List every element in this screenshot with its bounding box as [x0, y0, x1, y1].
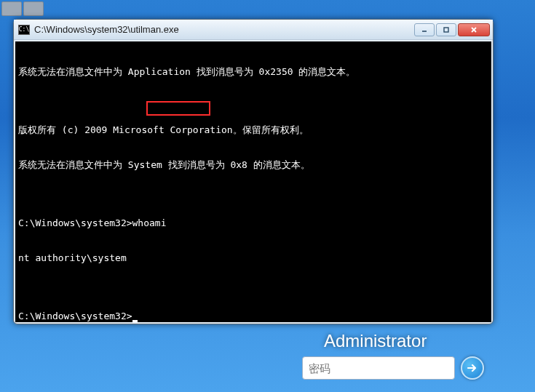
- highlight-box: [146, 101, 210, 116]
- svg-rect-1: [444, 28, 448, 32]
- console-output[interactable]: 系统无法在消息文件中为 Application 找到消息号为 0x2350 的消…: [15, 41, 491, 322]
- cmd-icon: C:\: [18, 25, 30, 35]
- typed-command: whoami: [132, 217, 167, 228]
- login-row: [302, 356, 484, 380]
- console-line: 系统无法在消息文件中为 System 找到消息号为 0x8 的消息文本。: [18, 159, 488, 171]
- top-left-tabs: [1, 1, 44, 16]
- prompt-prefix: C:\Windows\system32>: [18, 311, 132, 321]
- console-prompt-line: C:\Windows\system32>whoami: [18, 217, 488, 229]
- window-controls: [414, 23, 490, 36]
- console-prompt-line: C:\Windows\system32>: [18, 311, 488, 322]
- minimize-button[interactable]: [414, 23, 435, 36]
- console-result: nt authority\system: [18, 252, 488, 264]
- console-line: 版权所有 (c) 2009 Microsoft Corporation。保留所有…: [18, 124, 488, 136]
- prompt-prefix: C:\Windows\system32>: [18, 217, 132, 228]
- maximize-button[interactable]: [436, 23, 456, 36]
- arrow-right-icon: [466, 361, 479, 375]
- password-input[interactable]: [302, 356, 455, 380]
- cursor: [132, 320, 138, 322]
- submit-button[interactable]: [461, 356, 484, 380]
- window-title: C:\Windows\system32\utilman.exe: [34, 24, 414, 35]
- titlebar[interactable]: C:\ C:\Windows\system32\utilman.exe: [14, 20, 493, 40]
- close-button[interactable]: [458, 23, 490, 36]
- user-name-label: Administrator: [324, 331, 427, 351]
- console-line: 系统无法在消息文件中为 Application 找到消息号为 0x2350 的消…: [18, 66, 488, 78]
- small-tab-2[interactable]: [23, 1, 44, 16]
- cmd-window: C:\ C:\Windows\system32\utilman.exe 系统无法…: [13, 19, 494, 324]
- small-tab-1[interactable]: [1, 1, 22, 16]
